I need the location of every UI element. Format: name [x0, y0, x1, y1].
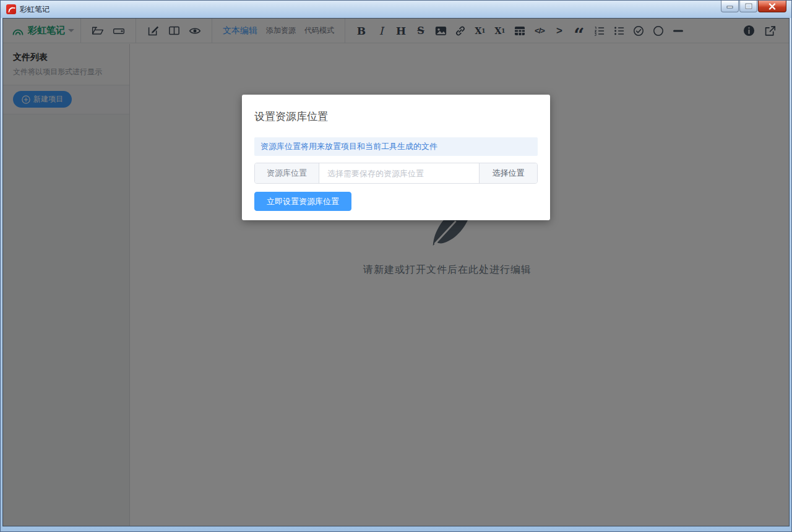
choose-location-button[interactable]: 选择位置	[479, 163, 537, 183]
close-icon	[768, 3, 776, 10]
dialog-title: 设置资源库位置	[254, 95, 538, 124]
repository-location-group: 资源库位置 选择位置	[254, 163, 538, 184]
dialog-alert: 资源库位置将用来放置项目和当前工具生成的文件	[254, 137, 538, 156]
maximize-button[interactable]	[739, 1, 757, 12]
set-repository-submit-button[interactable]: 立即设置资源库位置	[254, 192, 351, 211]
app-icon	[6, 4, 16, 14]
set-repository-dialog: 设置资源库位置 资源库位置将用来放置项目和当前工具生成的文件 资源库位置 选择位…	[242, 95, 550, 220]
window-frame: 彩虹笔记 彩虹笔记	[0, 0, 792, 532]
minimize-button[interactable]	[721, 1, 739, 12]
repository-location-label: 资源库位置	[255, 163, 319, 183]
repository-location-input[interactable]	[319, 163, 479, 183]
maximize-icon	[745, 3, 752, 9]
window-title: 彩虹笔记	[20, 4, 50, 15]
close-button[interactable]	[758, 1, 786, 12]
title-bar: 彩虹笔记	[1, 1, 791, 18]
minimize-icon	[726, 4, 734, 9]
window-controls	[720, 1, 786, 12]
